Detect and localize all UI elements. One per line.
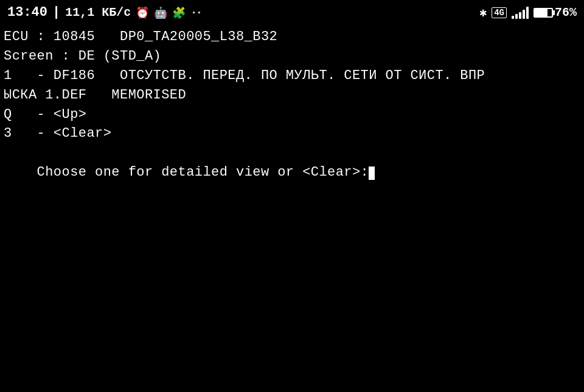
battery-icon: 76% [534,5,577,19]
network-type-badge: 4G [492,7,507,18]
status-right: ✱ 4G 76% [479,5,577,20]
terminal-prompt-line: Choose one for detailed view or <Clear>: [4,143,580,202]
alarm-icon: ⏰ [136,6,149,19]
signal-strength-icon [512,7,529,19]
more-dots-icon: ·· [190,7,201,19]
terminal-line-6: 3 - <Clear> [4,124,580,143]
status-time: 13:40 [7,5,47,20]
bluetooth-icon: ✱ [479,5,487,20]
separator: | [52,5,60,20]
terminal-line-5: Q - <Up> [4,105,580,125]
status-bar: 13:40 | 11,1 КБ/с ⏰ 🤖 🧩 ·· ✱ 4G 76% [0,0,584,25]
terminal-line-2: Screen : DE (STD_A) [4,47,580,66]
terminal-line-3: 1 - DF186 ОТСУТСТВ. ПЕРЕД. ПО МУЛЬТ. СЕТ… [4,66,580,86]
network-speed: 11,1 КБ/с [65,5,131,19]
terminal-line-4: ЫСКА 1.DEF MEMORISED [4,86,580,105]
robot-icon: 🤖 [154,6,167,19]
terminal-output: ECU : 10845 DP0_TA20005_L38_B32 Screen :… [0,25,584,204]
status-left: 13:40 | 11,1 КБ/с ⏰ 🤖 🧩 ·· [7,5,201,20]
terminal-cursor [369,167,375,180]
puzzle-icon: 🧩 [172,6,186,19]
battery-percent: 76% [555,5,577,19]
terminal-prompt-text: Choose one for detailed view or <Clear>: [37,165,369,180]
terminal-line-1: ECU : 10845 DP0_TA20005_L38_B32 [4,27,580,47]
